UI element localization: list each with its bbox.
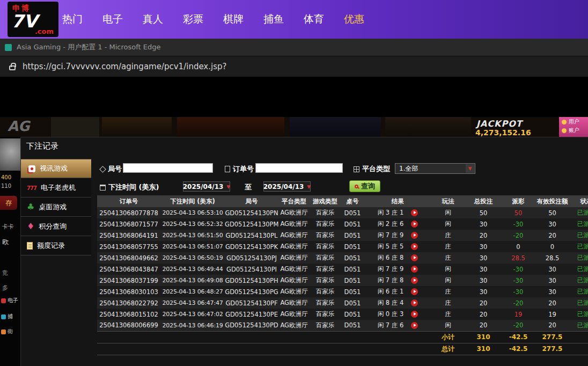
- site-favicon-icon: [5, 44, 12, 51]
- play-video-icon[interactable]: [411, 243, 418, 250]
- sidebar-item-fishing[interactable]: 捕: [1, 313, 13, 320]
- footer-status-cell: [570, 331, 588, 343]
- menu-item-points-query[interactable]: 积分查询: [21, 217, 91, 236]
- magnifier-icon: [355, 185, 358, 188]
- nav-promotions[interactable]: 优惠: [344, 12, 364, 26]
- play-video-icon[interactable]: [411, 299, 418, 306]
- valid-bet-cell: 30: [534, 286, 570, 297]
- column-header: 平台类型: [278, 195, 310, 207]
- bet-time-cell: 2025-04-13 06:50:19: [160, 252, 225, 263]
- table-row: 2504130680438472025-04-13 06:49:44GD0512…: [97, 263, 588, 275]
- menu-item-slot-machines[interactable]: 电子老虎机: [21, 178, 91, 197]
- play-video-icon[interactable]: [411, 277, 418, 284]
- deposit-button[interactable]: 存: [0, 196, 17, 210]
- account-icon: [562, 128, 567, 133]
- table-row: 2504130680715772025-04-13 06:52:32GD0512…: [97, 218, 588, 230]
- play-type-cell: 闲: [431, 275, 465, 286]
- menu-item-video-games[interactable]: 视讯游戏: [21, 159, 91, 178]
- status-cell: 已派彩: [570, 252, 588, 263]
- window-title: Asia Gaming - 用户配置 1 - Microsoft Edge: [17, 42, 161, 52]
- platform-cell: AG欧洲厅: [278, 297, 310, 309]
- table-row: 2504130680151022025-04-13 06:47:02GD0512…: [97, 309, 588, 320]
- round-number-cell: GD051254130PE: [225, 309, 278, 320]
- nav-lottery[interactable]: 彩票: [183, 12, 203, 26]
- total-bet-cell: 30: [465, 252, 502, 263]
- status-cell: 已派彩: [570, 309, 588, 320]
- jackpot-label: JACKPOT: [476, 119, 523, 129]
- play-type-cell: 庄: [431, 230, 465, 241]
- payout-cell: -30: [502, 218, 534, 230]
- date-to-picker[interactable]: 2025/04/13 ▼: [263, 181, 311, 192]
- play-type-cell: 庄: [431, 252, 465, 263]
- slot-777-icon: [27, 184, 36, 192]
- play-video-icon[interactable]: [411, 311, 418, 318]
- payout-cell: 0: [502, 241, 534, 252]
- payout-cell: -20: [502, 297, 534, 309]
- game-type-cell: 百家乐: [310, 230, 341, 241]
- footer-valid-cell: 277.5: [534, 343, 570, 355]
- footer-valid-cell: 277.5: [534, 331, 570, 343]
- payout-cell: 19: [502, 309, 534, 320]
- order-number-cell: 250413068015102: [97, 309, 160, 320]
- valid-bet-cell: 19: [534, 309, 570, 320]
- total-bet-cell: 30: [465, 286, 502, 297]
- play-video-icon[interactable]: [411, 266, 418, 273]
- result-cell: 闲 2 庄 6: [364, 218, 431, 230]
- play-video-icon[interactable]: [411, 232, 418, 239]
- account-row[interactable]: 账户: [559, 126, 588, 135]
- valid-bet-cell: 28.5: [534, 252, 570, 263]
- play-video-icon[interactable]: [411, 209, 418, 216]
- order-number-cell: 250413068049662: [97, 252, 160, 263]
- sidebar-item-arcade[interactable]: 街: [1, 328, 13, 335]
- search-button[interactable]: 查询: [349, 180, 380, 192]
- table-row: 2504130680301032025-04-13 06:48:27GD0512…: [97, 286, 588, 297]
- lock-icon: [9, 65, 16, 70]
- table-header-row: 订单号下注时间 (美东)局号平台类型游戏类型桌号结果玩法总投注派彩有效投注额状态: [97, 195, 588, 207]
- dice-icon: [28, 165, 35, 172]
- round-number-cell: GD051254130PJ: [225, 252, 278, 263]
- balance-value-2: 110: [1, 183, 11, 189]
- account-label: 账户: [569, 127, 579, 134]
- sidebar-item-label: 捕: [8, 313, 13, 320]
- payout-cell: 50: [502, 207, 534, 218]
- sidebar-item-slots[interactable]: 电子: [1, 297, 18, 304]
- play-type-cell: 庄: [431, 286, 465, 297]
- side-menu: 视讯游戏电子老虎机桌面游戏积分查询额度记录: [21, 159, 91, 255]
- menu-item-quota-records[interactable]: 额度记录: [21, 236, 91, 255]
- play-video-icon[interactable]: [411, 254, 418, 261]
- play-video-icon[interactable]: [411, 221, 418, 228]
- nav-board-games[interactable]: 棋牌: [223, 12, 244, 26]
- footer-bet-cell: 310: [465, 331, 502, 343]
- play-video-icon[interactable]: [411, 288, 418, 295]
- menu-item-table-games[interactable]: 桌面游戏: [21, 197, 91, 217]
- arcade-icon: [1, 330, 6, 334]
- browser-urlbar[interactable]: https://gci.7vvvvvv.com/agingame/pcv1/in…: [0, 56, 588, 77]
- footer-payout-cell: -42.5: [502, 331, 534, 343]
- nav-live[interactable]: 真人: [143, 12, 163, 26]
- url-text: https://gci.7vvvvvv.com/agingame/pcv1/in…: [23, 62, 226, 71]
- platform-select[interactable]: 1.全部 ▼: [395, 163, 475, 174]
- play-video-icon[interactable]: [411, 322, 418, 329]
- nav-hot[interactable]: 热门: [62, 12, 83, 26]
- column-header: 桌号: [341, 195, 364, 207]
- order-number-cell: 250413068037199: [97, 275, 160, 286]
- date-from-picker[interactable]: 2025/04/13 ▼: [183, 181, 230, 192]
- nav-sports[interactable]: 体育: [304, 12, 324, 26]
- nav-fishing[interactable]: 捕鱼: [263, 12, 284, 26]
- platform-cell: AG欧洲厅: [278, 218, 310, 230]
- game-type-cell: 百家乐: [310, 309, 341, 320]
- bet-time-cell: 2025-04-13 06:48:27: [160, 286, 225, 297]
- order-number-cell: 250413068006699: [97, 320, 160, 331]
- filters-bar: 局号 订单号 平台类型 1.全部 ▼ 下注时间 (美东) 2025/04/1: [91, 159, 588, 196]
- nav-slots[interactable]: 电子: [102, 12, 123, 26]
- user-row[interactable]: 用户: [559, 118, 588, 126]
- table-row: 2504130680371992025-04-13 06:49:08GD0512…: [97, 275, 588, 286]
- order-number-input[interactable]: [255, 163, 343, 173]
- round-number-input[interactable]: [123, 163, 213, 173]
- play-type-cell: 闲: [431, 320, 465, 331]
- platform-cell: AG欧洲厅: [278, 309, 310, 320]
- payout-cell: -20: [502, 230, 534, 241]
- table-number-cell: D051: [341, 309, 364, 320]
- table-number-cell: D051: [341, 263, 364, 275]
- site-logo[interactable]: 申博 7V .com: [8, 2, 58, 37]
